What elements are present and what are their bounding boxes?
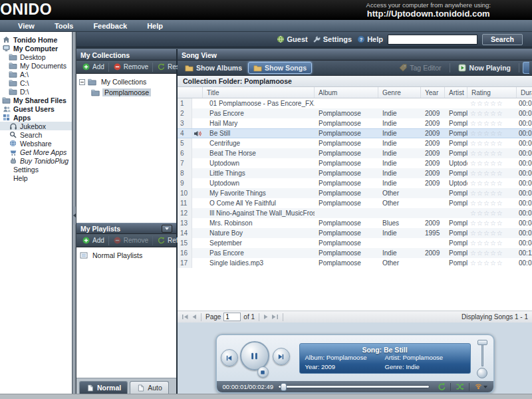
column-header-duration[interactable]: Duration: [517, 87, 532, 98]
menu-item-view[interactable]: View: [8, 22, 45, 30]
song-rating[interactable]: ☆☆☆☆☆: [467, 158, 517, 168]
now-playing-button[interactable]: Now Playing: [454, 63, 515, 73]
sidebar-item-search[interactable]: Search: [0, 130, 72, 139]
song-rating[interactable]: ☆☆☆☆☆: [467, 118, 517, 128]
column-header-rating[interactable]: Rating: [467, 87, 517, 98]
last-page-button[interactable]: [271, 314, 279, 320]
remove-button[interactable]: Remove: [109, 63, 153, 72]
song-row[interactable]: 10My Favorite ThingsPomplamooseOtherPomp…: [178, 188, 532, 198]
search-input[interactable]: [388, 35, 477, 45]
song-row[interactable]: 7UptodownPomplamooseIndie2009Uptodo☆☆☆☆☆…: [178, 158, 532, 168]
previous-button[interactable]: [221, 349, 238, 366]
seek-handle[interactable]: [281, 383, 287, 391]
show-albums-button[interactable]: Show Albums: [180, 63, 247, 73]
song-row[interactable]: 4Be StillPomplamooseIndie2009Pompl...☆☆☆…: [178, 128, 532, 138]
cut-off-toolbar-button[interactable]: [523, 62, 529, 74]
song-rating[interactable]: ☆☆☆☆☆: [467, 258, 517, 268]
song-row[interactable]: 17Single laidies.mp3PomplamooseOtherPomp…: [178, 258, 532, 268]
song-row[interactable]: 16Pas EncorePomplamooseIndie2009Pompl...…: [178, 248, 532, 258]
song-rating[interactable]: ☆☆☆☆☆: [467, 238, 517, 248]
song-row[interactable]: 11O Come All Ye FaithfulPomplamooseOther…: [178, 198, 532, 208]
repeat-button[interactable]: [437, 382, 446, 391]
playlist-node-normal[interactable]: Normal Playlists: [76, 250, 176, 261]
menu-item-help[interactable]: Help: [137, 22, 173, 30]
sidebar-item-apps[interactable]: Apps: [0, 113, 72, 122]
add-button[interactable]: Add: [78, 236, 109, 245]
song-rating[interactable]: ☆☆☆☆☆: [467, 108, 517, 118]
song-row[interactable]: 6Beat The HorsePomplamooseIndie2009Pompl…: [178, 148, 532, 158]
song-row[interactable]: 8Little ThingsPomplamooseIndie2009Pompl.…: [178, 168, 532, 178]
next-button[interactable]: [273, 348, 290, 365]
song-rating[interactable]: ☆☆☆☆☆: [467, 228, 517, 238]
tab-normal[interactable]: Normal: [79, 381, 128, 394]
sidebar-item-my-shared-files[interactable]: My Shared Files: [0, 96, 72, 104]
remove-button[interactable]: Remove: [109, 236, 153, 245]
mute-knob[interactable]: [477, 368, 487, 378]
sidebar-item-c[interactable]: C:\: [0, 78, 72, 87]
sidebar-item-desktop[interactable]: Desktop: [0, 53, 72, 61]
tag-editor-button[interactable]: Tag Editor: [394, 63, 446, 73]
next-page-button[interactable]: [263, 314, 269, 320]
song-rating[interactable]: ☆☆☆☆☆: [467, 129, 517, 138]
sidebar-item-guest-users[interactable]: Guest Users: [0, 104, 72, 113]
song-rating[interactable]: ☆☆☆☆☆: [467, 188, 517, 198]
song-row[interactable]: 2Pas EncorePomplamooseIndie2009Pompl...☆…: [178, 108, 532, 118]
song-row[interactable]: 12Ill Nino-Against The Wall_MusicFrost.m…: [178, 208, 532, 218]
sidebar-item-a[interactable]: A:\: [0, 70, 72, 78]
menu-item-tools[interactable]: Tools: [45, 22, 84, 30]
column-header-blank[interactable]: [178, 87, 203, 98]
sidebar-item-buy-tonidoplug[interactable]: Buy TonidoPlug: [0, 156, 72, 165]
column-header-album[interactable]: Album: [315, 87, 378, 98]
sidebar-item-settings[interactable]: Settings: [0, 165, 72, 174]
collections-root-node[interactable]: My Collections: [76, 76, 176, 87]
song-rating[interactable]: ☆☆☆☆☆: [467, 248, 517, 258]
song-rating[interactable]: ☆☆☆☆☆: [467, 208, 517, 218]
guest-button[interactable]: Guest: [277, 35, 308, 43]
collection-node-pomplamoose[interactable]: Pomplamoose: [76, 87, 176, 98]
sidebar-item-help[interactable]: Help: [0, 174, 72, 182]
playlists-menu-button[interactable]: [162, 225, 172, 233]
help-button[interactable]: ? Help: [356, 35, 383, 43]
first-page-button[interactable]: [182, 314, 189, 320]
seek-track[interactable]: [278, 385, 429, 388]
stop-button[interactable]: [257, 366, 269, 378]
song-row[interactable]: 3Hail MaryPomplamooseIndie2009Pompl...☆☆…: [178, 118, 532, 128]
add-button[interactable]: Add: [78, 63, 109, 72]
shuffle-button[interactable]: [456, 382, 464, 391]
settings-button[interactable]: Settings: [313, 35, 352, 43]
song-row[interactable]: 15SeptemberPomplamoosePompl...☆☆☆☆☆00:04…: [178, 238, 532, 248]
song-rating[interactable]: ☆☆☆☆☆: [467, 198, 517, 208]
sidebar-item-jukebox[interactable]: Jukebox: [0, 122, 72, 130]
sidebar-item-d[interactable]: D:\: [0, 87, 72, 96]
sidebar-item-my-documents[interactable]: My Documents: [0, 61, 72, 70]
collapse-icon[interactable]: [79, 79, 85, 85]
sidebar-item-tonido-home[interactable]: Tonido Home: [0, 35, 72, 44]
song-rating[interactable]: ☆☆☆☆☆: [467, 138, 517, 148]
song-row[interactable]: 101 Pomplamoose - Pas Encore_FX.wav☆☆☆☆☆…: [178, 98, 532, 108]
show-songs-button[interactable]: Show Songs: [248, 62, 312, 74]
sidebar-item-get-more-apps[interactable]: Get More Apps: [0, 148, 72, 156]
song-row[interactable]: 9UptodownPomplamooseIndie2009Uptodo☆☆☆☆☆…: [178, 178, 532, 188]
song-row[interactable]: 5CentrifugePomplamooseIndie2009Pompl...☆…: [178, 138, 532, 148]
column-header-year[interactable]: Year: [421, 87, 445, 98]
song-rating[interactable]: ☆☆☆☆☆: [467, 218, 517, 228]
column-header-title[interactable]: Title: [203, 87, 315, 98]
page-number-input[interactable]: [223, 313, 241, 321]
broadcast-button[interactable]: [474, 383, 487, 390]
song-rating[interactable]: ☆☆☆☆☆: [467, 98, 517, 108]
prev-page-button[interactable]: [192, 314, 197, 320]
song-rating[interactable]: ☆☆☆☆☆: [467, 148, 517, 158]
song-row[interactable]: 14Nature BoyPomplamooseIndie1995Pompl...…: [178, 228, 532, 238]
menu-item-feedback[interactable]: Feedback: [83, 22, 137, 30]
volume-slider-handle[interactable]: [477, 340, 487, 345]
column-header-artist[interactable]: Artist: [445, 87, 467, 98]
sidebar-item-my-computer[interactable]: My Computer: [0, 44, 72, 53]
search-button[interactable]: Search: [482, 34, 523, 45]
song-row[interactable]: 13Mrs. RobinsonPomplamooseBlues2009Pompl…: [178, 218, 532, 228]
song-rating[interactable]: ☆☆☆☆☆: [467, 168, 517, 178]
tab-auto[interactable]: Auto: [130, 381, 169, 394]
sidebar-item-webshare[interactable]: Webshare: [0, 139, 72, 148]
column-header-genre[interactable]: Genre: [378, 87, 421, 98]
panel-splitter[interactable]: [72, 32, 76, 394]
song-rating[interactable]: ☆☆☆☆☆: [467, 178, 517, 188]
